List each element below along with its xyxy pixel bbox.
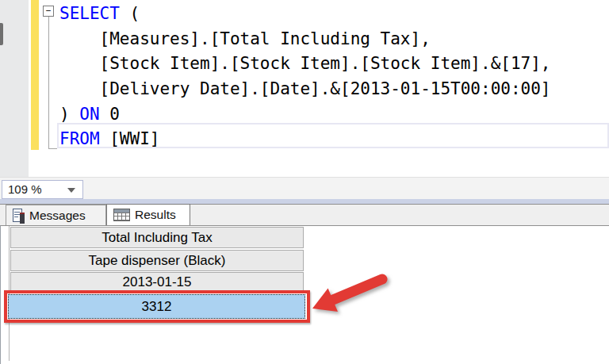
code-line-5: ) ON 0 [59,102,607,128]
zoom-level-value: 109 % [8,182,42,196]
keyword-from: FROM [59,129,100,148]
code-plain: 0 [100,105,120,124]
code-plain: [Stock Item].[Stock Item].[Stock Item].&… [59,54,551,73]
outline-guide-line [48,17,49,149]
keyword-on: ON [79,105,99,124]
annotation-arrow-icon [300,266,399,326]
tab-messages-label: Messages [29,209,86,223]
collapse-region-icon[interactable]: − [43,6,54,17]
results-grid-icon [113,209,130,221]
tab-results[interactable]: Results [106,204,190,225]
keyword-select: SELECT [59,4,120,23]
code-line-1: SELECT ( [59,2,607,27]
tab-messages[interactable]: Messages [6,205,106,225]
code-plain: ) [59,105,79,124]
code-text[interactable]: SELECT ( [Measures].[Total Including Tax… [59,2,607,152]
editor-gutter [0,0,29,177]
code-line-3: [Stock Item].[Stock Item].[Stock Item].&… [59,52,607,77]
messages-doc-icon [13,209,25,223]
query-editor[interactable]: − SELECT ( [Measures].[Total Including T… [0,0,609,177]
tab-results-label: Results [135,208,176,222]
code-line-6: FROM [WWI] [59,127,607,152]
result-cell-measure[interactable]: Total Including Tax [10,227,304,248]
scrollbar-thumb-fragment[interactable] [0,23,3,45]
code-plain: ( [120,4,140,23]
change-tracking-bar [31,0,39,150]
code-line-2: [Measures].[Total Including Tax], [59,27,607,52]
code-plain: [Delivery Date].[Date].&[2013-01-15T00:0… [59,79,551,98]
annotation-highlight-box [4,290,310,323]
code-line-4: [Delivery Date].[Date].&[2013-01-15T00:0… [59,77,607,102]
editor-status-strip [0,177,609,199]
outline-guide-tick [48,148,57,149]
zoom-level-dropdown[interactable]: 109 % [2,180,83,199]
result-cell-stock-item[interactable]: Tape dispenser (Black) [10,250,304,271]
chevron-down-icon[interactable] [67,188,75,193]
code-plain: [Measures].[Total Including Tax], [59,29,431,48]
code-plain: [WWI] [100,129,160,148]
